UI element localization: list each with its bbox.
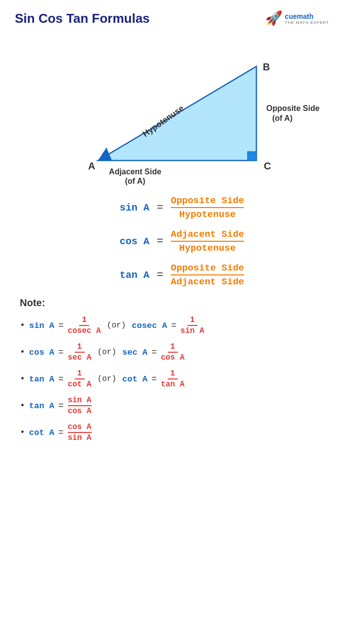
note-lhs-1: cos A bbox=[29, 348, 54, 357]
note-frac-den-0: cosec A bbox=[68, 326, 101, 335]
tan-formula-row: tan A = Opposite Side Adjacent Side bbox=[25, 263, 319, 287]
tan-equals: = bbox=[157, 269, 163, 281]
note-frac-den-4: sin A bbox=[68, 433, 92, 442]
note-lhs-0: sin A bbox=[29, 321, 54, 330]
cos-lhs: cos A bbox=[100, 236, 149, 247]
cos-numerator: Adjacent Side bbox=[171, 229, 244, 242]
note-rhs-eq-0: = bbox=[171, 321, 177, 330]
cos-formula-row: cos A = Adjacent Side Hypotenuse bbox=[25, 229, 319, 254]
vertex-b-label: B bbox=[263, 61, 270, 72]
note-lhs-4: cot A bbox=[29, 428, 54, 437]
note-frac-den-3: cos A bbox=[68, 406, 92, 416]
note-rhs-den-1: cos A bbox=[161, 353, 185, 362]
triangle-svg: A C B Hypotenuse Opposite Side (of A) Ad… bbox=[58, 37, 286, 180]
sin-formula-row: sin A = Opposite Side Hypotenuse bbox=[25, 195, 319, 220]
note-rhs-den-2: tan A bbox=[161, 379, 185, 389]
adjacent-label: Adjacent Side bbox=[109, 167, 161, 176]
note-rhs-frac-2: 1 tan A bbox=[161, 369, 185, 389]
note-frac-2: 1 cot A bbox=[68, 369, 92, 389]
vertex-c-label: C bbox=[264, 161, 271, 171]
note-frac-0: 1 cosec A bbox=[68, 316, 101, 335]
cos-fraction: Adjacent Side Hypotenuse bbox=[171, 229, 244, 254]
page-title: Sin Cos Tan Formulas bbox=[15, 11, 150, 26]
sin-numerator: Opposite Side bbox=[171, 195, 244, 208]
note-rhs-frac-1: 1 cos A bbox=[161, 342, 185, 362]
note-rhs-eq-1: = bbox=[151, 347, 157, 357]
sin-denominator: Hypotenuse bbox=[179, 208, 236, 220]
note-frac-4: cos A sin A bbox=[68, 423, 92, 442]
note-or-2: (or) bbox=[98, 375, 116, 383]
note-or-1: (or) bbox=[98, 348, 116, 357]
brand-name: cuemath bbox=[285, 12, 329, 20]
logo: 🚀 cuemath THE MATH EXPERT bbox=[265, 10, 329, 27]
note-frac-1: 1 sec A bbox=[68, 342, 92, 362]
note-rhs-eq-2: = bbox=[151, 374, 157, 384]
adjacent-label2: (of A) bbox=[125, 177, 145, 185]
note-rhs-lhs-0: cosec A bbox=[132, 321, 167, 330]
tan-numerator: Opposite Side bbox=[171, 263, 244, 275]
bullet-0: • bbox=[20, 321, 25, 330]
tan-lhs: tan A bbox=[100, 269, 149, 281]
bullet-1: • bbox=[20, 347, 25, 357]
note-frac-num-0: 1 bbox=[79, 316, 89, 326]
note-rhs-lhs-2: cot A bbox=[122, 375, 147, 384]
bullet-4: • bbox=[20, 428, 25, 437]
note-item-3: • tan A = sin A cos A bbox=[20, 396, 324, 416]
opposite-label: Opposite Side bbox=[266, 104, 320, 112]
triangle-diagram: A C B Hypotenuse Opposite Side (of A) Ad… bbox=[15, 37, 329, 180]
vertex-a-label: A bbox=[88, 161, 95, 171]
note-eq-0: = bbox=[58, 321, 64, 330]
note-frac-den-1: sec A bbox=[68, 353, 92, 362]
logo-rocket-icon: 🚀 bbox=[265, 10, 283, 27]
svg-rect-1 bbox=[247, 152, 256, 161]
note-frac-num-4: cos A bbox=[68, 423, 92, 433]
header: Sin Cos Tan Formulas 🚀 cuemath THE MATH … bbox=[15, 10, 329, 27]
note-eq-2: = bbox=[58, 374, 64, 384]
note-item-2: • tan A = 1 cot A (or) cot A = 1 tan A bbox=[20, 369, 324, 389]
note-frac-3: sin A cos A bbox=[68, 396, 92, 416]
note-item-4: • cot A = cos A sin A bbox=[20, 423, 324, 442]
note-eq-1: = bbox=[58, 347, 64, 357]
note-rhs-num-0: 1 bbox=[188, 316, 197, 326]
brand-tagline: THE MATH EXPERT bbox=[285, 20, 329, 25]
sin-lhs: sin A bbox=[100, 202, 149, 214]
sin-equals: = bbox=[157, 202, 163, 214]
bullet-3: • bbox=[20, 401, 25, 411]
note-rhs-frac-0: 1 sin A bbox=[181, 316, 204, 335]
note-item-1: • cos A = 1 sec A (or) sec A = 1 cos A bbox=[20, 342, 324, 362]
formulas-section: sin A = Opposite Side Hypotenuse cos A =… bbox=[15, 195, 329, 287]
note-lhs-2: tan A bbox=[29, 375, 54, 384]
note-lhs-3: tan A bbox=[29, 401, 54, 411]
cos-denominator: Hypotenuse bbox=[179, 242, 236, 254]
note-rhs-num-1: 1 bbox=[168, 342, 178, 353]
note-title: Note: bbox=[20, 297, 324, 309]
note-item-0: • sin A = 1 cosec A (or) cosec A = 1 sin… bbox=[20, 316, 324, 335]
bullet-2: • bbox=[20, 374, 25, 384]
cos-equals: = bbox=[157, 235, 163, 248]
note-rhs-lhs-1: sec A bbox=[122, 348, 147, 357]
opposite-label2: (of A) bbox=[272, 114, 293, 122]
note-rhs-den-0: sin A bbox=[181, 326, 204, 335]
note-frac-num-1: 1 bbox=[75, 342, 85, 353]
sin-fraction: Opposite Side Hypotenuse bbox=[171, 195, 244, 220]
note-section: Note: • sin A = 1 cosec A (or) cosec A =… bbox=[15, 297, 329, 442]
note-frac-num-3: sin A bbox=[68, 396, 92, 406]
note-or-0: (or) bbox=[107, 321, 126, 330]
note-frac-num-2: 1 bbox=[75, 369, 85, 379]
note-frac-den-2: cot A bbox=[68, 379, 92, 389]
tan-fraction: Opposite Side Adjacent Side bbox=[171, 263, 244, 287]
note-eq-4: = bbox=[58, 428, 64, 437]
note-eq-3: = bbox=[58, 401, 64, 411]
note-rhs-num-2: 1 bbox=[168, 369, 178, 379]
tan-denominator: Adjacent Side bbox=[171, 275, 244, 287]
